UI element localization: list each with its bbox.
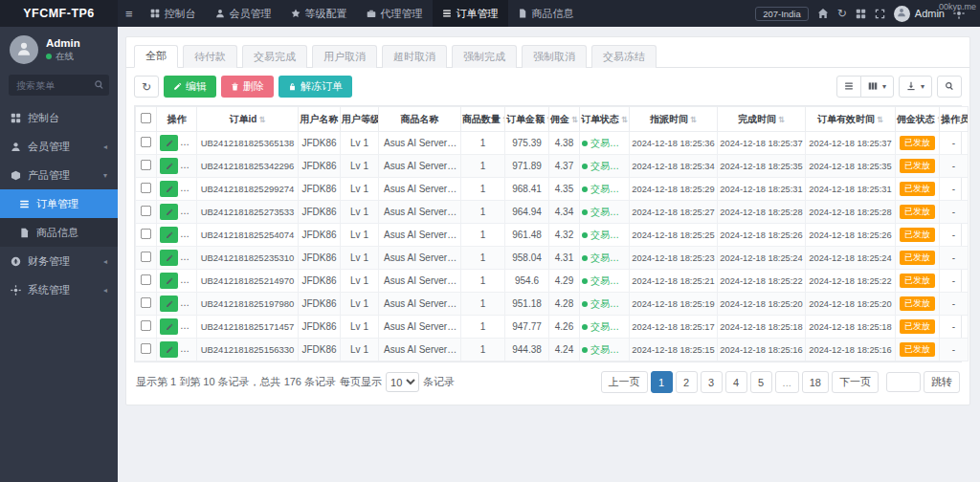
watermark: 00kyn.me (939, 2, 976, 11)
columns-button[interactable]: ▾ (860, 76, 894, 98)
page-2[interactable]: 2 (676, 371, 698, 393)
fullscreen-icon[interactable] (875, 9, 885, 19)
row-checkbox[interactable] (141, 274, 151, 285)
row-edit-button[interactable] (160, 158, 178, 174)
topbar-avatar (894, 6, 910, 22)
sort-icon[interactable]: ⇅ (690, 115, 697, 124)
row-checkbox[interactable] (141, 252, 151, 262)
topnav-item-order[interactable]: 订单管理 (433, 0, 508, 27)
unlock-icon (288, 81, 297, 93)
topnav-item-console[interactable]: 控制台 (141, 0, 206, 27)
page-jump-button[interactable]: 跳转 (924, 371, 960, 393)
column-header[interactable]: 完成时间⇅ (718, 107, 806, 132)
tab-frozen[interactable]: 交易冻结 (591, 45, 657, 68)
sort-icon[interactable]: ⇅ (778, 115, 785, 124)
row-checkbox[interactable] (141, 320, 151, 331)
tab-completed[interactable]: 交易完成 (242, 45, 307, 68)
search-icon (94, 79, 104, 90)
row-edit-button[interactable] (160, 318, 178, 335)
row-checkbox[interactable] (141, 297, 151, 308)
column-header[interactable]: 佣金⇅ (549, 107, 580, 132)
column-header[interactable]: 商品数量⇅ (461, 107, 505, 132)
table-row: UB2412181825342296 JFDK86 Lv 1 Asus AI S… (136, 155, 969, 178)
unfreeze-button[interactable]: 解冻订单 (278, 76, 352, 98)
sidebar-item-console[interactable]: 控制台 (0, 103, 118, 132)
page-5[interactable]: 5 (750, 371, 772, 393)
topbar-user[interactable]: Admin (894, 6, 945, 22)
select-all-checkbox[interactable] (141, 113, 151, 123)
sort-icon[interactable]: ⇅ (571, 115, 578, 124)
page-3[interactable]: 3 (701, 371, 723, 393)
grid-icon[interactable] (856, 9, 866, 19)
page-18[interactable]: 18 (802, 371, 829, 393)
sort-icon[interactable]: ⇅ (258, 115, 265, 124)
prev-page-button[interactable]: 上一页 (601, 371, 648, 393)
row-edit-button[interactable] (160, 250, 178, 266)
commission-status-badge: 已发放 (900, 159, 935, 173)
row-edit-button[interactable] (160, 296, 178, 312)
table-view-icon (844, 81, 854, 91)
commission-status-cell: 已发放 (896, 316, 940, 339)
column-header: 操作 (157, 107, 197, 132)
status-dot-icon (582, 141, 588, 146)
sidebar-item-finance[interactable]: 财务管理◂ (0, 247, 118, 275)
tab-timeout-cancel[interactable]: 超时取消 (382, 45, 447, 68)
search-icon[interactable] (94, 79, 104, 92)
tab-force-cancel[interactable]: 强制取消 (522, 45, 587, 68)
sidebar-item-order[interactable]: 订单管理 (0, 189, 118, 218)
row-checkbox[interactable] (141, 229, 151, 239)
topnav-item-level[interactable]: 等级配置 (281, 0, 357, 27)
topnav-item-member[interactable]: 会员管理 (206, 0, 281, 27)
sort-icon[interactable]: ⇅ (877, 115, 883, 124)
column-header: 用户等级 (341, 107, 379, 132)
sidebar-item-system[interactable]: 系统管理◂ (0, 275, 118, 304)
sidebar-item-product[interactable]: 产品管理▾ (0, 161, 118, 189)
status-dot-icon (582, 324, 588, 330)
tab-all[interactable]: 全部 (134, 45, 178, 68)
row-checkbox[interactable] (141, 206, 151, 216)
refresh-icon[interactable]: ↻ (837, 7, 847, 20)
topnav-item-label: 等级配置 (305, 7, 347, 21)
tab-pending-pay[interactable]: 待付款 (183, 45, 237, 68)
next-page-button[interactable]: 下一页 (832, 371, 879, 393)
page-size-select[interactable]: 10 (386, 372, 419, 392)
topnav-item-goods[interactable]: 商品信息 (508, 0, 584, 27)
sort-icon[interactable]: ⇅ (621, 115, 628, 124)
edit-button[interactable]: 编辑 (164, 76, 216, 98)
column-header[interactable]: 指派时间⇅ (630, 107, 718, 132)
column-header[interactable]: 订单状态⇅ (580, 107, 630, 132)
export-button[interactable]: ▾ (899, 76, 932, 98)
view-button[interactable] (836, 76, 861, 98)
refresh-button[interactable]: ↻ (134, 76, 159, 98)
page-1[interactable]: 1 (651, 371, 673, 393)
menu-toggle-icon[interactable]: ≡ (125, 7, 133, 21)
column-header[interactable]: 订单id⇅ (197, 107, 299, 132)
commission-cell: 4.35 (549, 178, 580, 201)
tab-force-complete[interactable]: 强制完成 (452, 45, 517, 68)
sidebar-item-member[interactable]: 会员管理◂ (0, 132, 118, 161)
home-icon[interactable] (817, 8, 829, 19)
topnav-item-agent[interactable]: 代理管理 (357, 0, 433, 27)
assign-time-cell: 2024-12-18 18:25:29 (630, 178, 718, 201)
column-header[interactable]: 佣金状态⇅ (896, 107, 940, 132)
row-edit-button[interactable] (160, 273, 178, 289)
user-level-cell: Lv 1 (341, 178, 379, 201)
row-checkbox[interactable] (141, 343, 151, 354)
row-checkbox[interactable] (141, 183, 151, 193)
row-edit-button[interactable] (160, 181, 178, 197)
row-edit-button[interactable] (160, 341, 178, 358)
row-checkbox[interactable] (141, 160, 151, 170)
delete-button[interactable]: 删除 (221, 76, 274, 98)
tab-user-cancel[interactable]: 用户取消 (312, 45, 377, 68)
row-edit-button[interactable] (160, 135, 178, 151)
sidebar-item-goods[interactable]: 商品信息 (0, 218, 118, 247)
column-header[interactable]: 订单金额⇅ (505, 107, 549, 132)
column-header[interactable]: 订单有效时间⇅ (806, 107, 896, 132)
page-4[interactable]: 4 (725, 371, 747, 393)
row-checkbox[interactable] (141, 137, 151, 147)
search-toggle-button[interactable] (937, 76, 962, 98)
row-edit-button[interactable] (160, 204, 178, 220)
page-jump-input[interactable] (886, 372, 921, 392)
site-select[interactable]: 207-India (755, 7, 809, 21)
row-edit-button[interactable] (160, 227, 178, 243)
